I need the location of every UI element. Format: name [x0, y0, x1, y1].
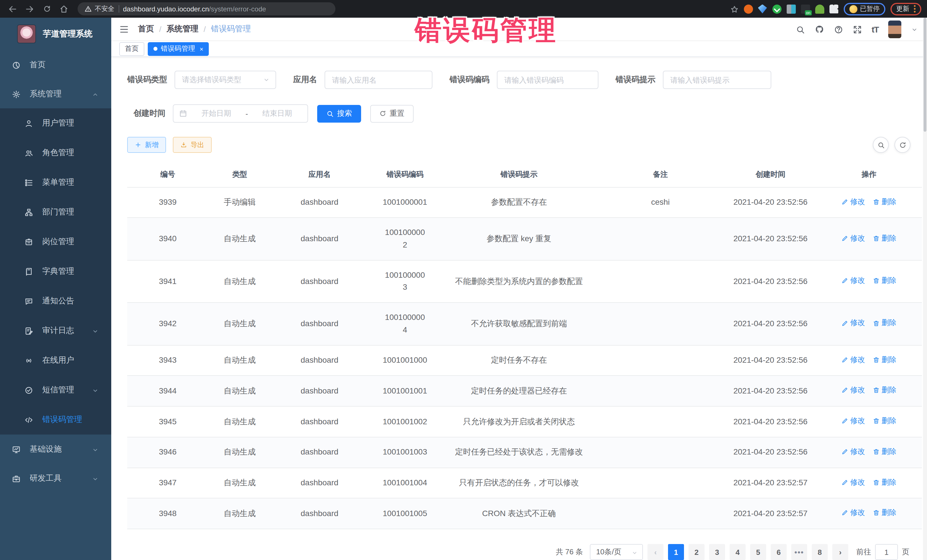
- search-button[interactable]: 搜索: [317, 105, 361, 123]
- edit-button[interactable]: 修改: [842, 317, 865, 329]
- browser-menu-icon[interactable]: [914, 5, 916, 12]
- help-icon[interactable]: [834, 24, 843, 34]
- sidebar-item-11[interactable]: 短信管理: [0, 375, 111, 405]
- reset-button[interactable]: 重置: [370, 105, 413, 123]
- breadcrumb-item-2[interactable]: 错误码管理: [211, 24, 251, 34]
- update-browser-button[interactable]: 更新: [891, 3, 921, 15]
- sidebar-item-8[interactable]: 通知公告: [0, 286, 111, 316]
- edit-button[interactable]: 修改: [842, 354, 865, 365]
- edit-button[interactable]: 修改: [842, 415, 865, 426]
- edit-button[interactable]: 修改: [842, 196, 865, 207]
- next-page-button[interactable]: ›: [832, 544, 848, 560]
- error-code-input[interactable]: [497, 71, 598, 89]
- delete-button[interactable]: 删除: [873, 477, 897, 488]
- scrollbar-thumb[interactable]: [924, 18, 926, 132]
- delete-button[interactable]: 删除: [873, 446, 897, 457]
- extension-grid-icon[interactable]: [786, 4, 795, 14]
- extension-green-icon[interactable]: [772, 4, 781, 14]
- extensions-puzzle-icon[interactable]: [829, 4, 838, 14]
- screen: 不安全 dashboard.yudao.iocoder.cn/system/er…: [0, 0, 927, 560]
- edit-button[interactable]: 修改: [842, 385, 865, 396]
- reload-icon[interactable]: [40, 2, 54, 16]
- page-button-1[interactable]: 1: [668, 544, 684, 560]
- delete-button[interactable]: 删除: [873, 354, 897, 365]
- tab-0[interactable]: 首页: [119, 42, 144, 56]
- sidebar-item-12[interactable]: 错误码管理: [0, 405, 111, 434]
- page-button-4[interactable]: 4: [729, 544, 746, 560]
- delete-button[interactable]: 删除: [873, 275, 897, 286]
- hamburger-icon[interactable]: [119, 24, 129, 35]
- page-button-8[interactable]: 8: [812, 544, 828, 560]
- delete-label: 删除: [881, 317, 897, 329]
- sidebar-item-2[interactable]: 用户管理: [0, 108, 111, 138]
- page-button-3[interactable]: 3: [709, 544, 725, 560]
- sidebar-item-10[interactable]: 在线用户: [0, 346, 111, 375]
- sidebar-item-5[interactable]: 部门管理: [0, 197, 111, 227]
- goto-page-input[interactable]: [875, 544, 898, 560]
- page-button-5[interactable]: 5: [750, 544, 766, 560]
- edit-button[interactable]: 修改: [842, 446, 865, 457]
- breadcrumb-item-1[interactable]: 系统管理: [167, 24, 199, 34]
- back-icon[interactable]: [6, 2, 20, 16]
- security-status[interactable]: 不安全: [84, 5, 114, 13]
- delete-button[interactable]: 删除: [873, 317, 897, 329]
- extension-key-icon[interactable]: [815, 4, 824, 14]
- export-button[interactable]: 导出: [173, 137, 212, 153]
- app-name-input[interactable]: [325, 71, 432, 89]
- page-scrollbar[interactable]: [923, 18, 927, 560]
- delete-button[interactable]: 删除: [873, 507, 897, 519]
- edit-button[interactable]: 修改: [842, 275, 865, 286]
- refresh-table-button[interactable]: [895, 137, 910, 153]
- sidebar-item-4[interactable]: 菜单管理: [0, 168, 111, 197]
- user-avatar[interactable]: [888, 20, 901, 38]
- filter-code-label: 错误码编码: [450, 75, 489, 85]
- create-time-range-picker[interactable]: 开始日期 - 结束日期: [173, 105, 308, 123]
- delete-button[interactable]: 删除: [873, 415, 897, 426]
- page-button-6[interactable]: 6: [771, 544, 787, 560]
- sidebar-item-6[interactable]: 岗位管理: [0, 227, 111, 256]
- github-icon[interactable]: [815, 24, 824, 35]
- fullscreen-icon[interactable]: [853, 24, 862, 34]
- bookmark-star-icon[interactable]: [730, 4, 739, 14]
- toggle-search-button[interactable]: [873, 137, 889, 153]
- edit-button[interactable]: 修改: [842, 507, 865, 519]
- prev-page-button[interactable]: ‹: [647, 544, 663, 560]
- close-tab-icon[interactable]: ×: [200, 46, 204, 52]
- more-pages-button[interactable]: •••: [791, 544, 807, 560]
- address-bar[interactable]: 不安全 dashboard.yudao.iocoder.cn/system/er…: [78, 2, 336, 15]
- forward-icon[interactable]: [23, 2, 36, 16]
- row-time: 2021-04-20 23:52:56: [725, 346, 816, 375]
- error-type-select[interactable]: 请选择错误码类型: [175, 71, 276, 89]
- row-hint: 只有开启状态的任务，才可以修改: [442, 468, 596, 498]
- extension-switch-icon[interactable]: [801, 4, 810, 14]
- extension-orange-icon[interactable]: [744, 4, 753, 14]
- sidebar-item-1[interactable]: 系统管理: [0, 79, 111, 108]
- search-icon[interactable]: [796, 24, 805, 34]
- delete-button[interactable]: 删除: [873, 196, 897, 207]
- chevron-down-icon[interactable]: [911, 24, 918, 34]
- sidebar-item-3[interactable]: 角色管理: [0, 138, 111, 168]
- sidebar-item-0[interactable]: 首页: [0, 50, 111, 79]
- delete-button[interactable]: 删除: [873, 385, 897, 396]
- page-button-2[interactable]: 2: [688, 544, 705, 560]
- page-size-select[interactable]: 10条/页: [590, 544, 643, 560]
- error-hint-input[interactable]: [663, 71, 771, 89]
- delete-button[interactable]: 删除: [873, 232, 897, 244]
- sidebar-item-label: 审计日志: [42, 326, 74, 336]
- edit-button[interactable]: 修改: [842, 232, 865, 244]
- add-button[interactable]: 新增: [127, 137, 166, 153]
- row-app: dashboard: [271, 468, 368, 498]
- font-size-icon[interactable]: tT: [872, 24, 878, 34]
- extension-gem-icon[interactable]: [758, 4, 767, 14]
- edit-button[interactable]: 修改: [842, 477, 865, 488]
- sidebar-item-13[interactable]: 基础设施: [0, 434, 111, 464]
- breadcrumb-item-0[interactable]: 首页: [138, 24, 154, 34]
- sidebar-item-14[interactable]: 研发工具: [0, 464, 111, 493]
- sidebar-item-label: 通知公告: [42, 296, 74, 306]
- tab-1[interactable]: 错误码管理×: [148, 42, 209, 56]
- home-icon[interactable]: [57, 2, 71, 16]
- sidebar-item-9[interactable]: 审计日志: [0, 316, 111, 346]
- profile-paused-badge[interactable]: 已暂停: [843, 3, 885, 15]
- app-logo[interactable]: 芋道管理系统: [0, 18, 111, 50]
- sidebar-item-7[interactable]: 字典管理: [0, 256, 111, 286]
